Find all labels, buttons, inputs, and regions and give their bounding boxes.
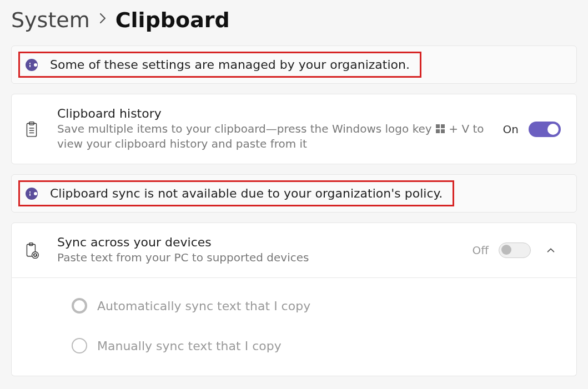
clipboard-history-card: Clipboard history Save multiple items to… xyxy=(11,94,577,164)
windows-key-icon xyxy=(436,124,445,133)
svg-point-7 xyxy=(29,191,31,192)
clipboard-history-state-label: On xyxy=(503,123,519,136)
svg-point-0 xyxy=(29,62,31,63)
sync-card: Sync across your devices Paste text from… xyxy=(11,223,577,376)
org-managed-banner: Some of these settings are managed by yo… xyxy=(11,46,577,84)
svg-rect-2 xyxy=(27,123,36,137)
sync-option-manual: Manually sync text that I copy xyxy=(72,338,561,353)
clipboard-history-title: Clipboard history xyxy=(57,107,503,120)
sync-option-auto: Automatically sync text that I copy xyxy=(72,298,561,314)
clipboard-sync-icon xyxy=(22,242,42,259)
sync-toggle xyxy=(499,243,531,258)
sync-title: Sync across your devices xyxy=(57,235,472,249)
chevron-right-icon xyxy=(99,12,107,28)
sync-option-auto-label: Automatically sync text that I copy xyxy=(97,299,310,313)
sync-expand-chevron[interactable] xyxy=(541,245,561,255)
sync-options-panel: Automatically sync text that I copy Manu… xyxy=(11,278,577,376)
info-icon xyxy=(26,188,38,200)
org-managed-text: Some of these settings are managed by yo… xyxy=(50,58,410,72)
breadcrumb: System Clipboard xyxy=(11,0,577,46)
sync-unavailable-text: Clipboard sync is not available due to y… xyxy=(50,186,443,200)
info-icon xyxy=(26,59,38,71)
clipboard-icon xyxy=(22,121,42,138)
svg-point-11 xyxy=(32,252,39,259)
sync-unavailable-banner: Clipboard sync is not available due to y… xyxy=(11,174,577,213)
page-title: Clipboard xyxy=(115,8,230,32)
clipboard-history-toggle[interactable] xyxy=(529,122,561,137)
highlight-annotation: Some of these settings are managed by yo… xyxy=(18,52,421,78)
sync-desc: Paste text from your PC to supported dev… xyxy=(57,250,472,265)
breadcrumb-parent[interactable]: System xyxy=(11,8,90,32)
radio-icon xyxy=(72,338,87,353)
svg-rect-1 xyxy=(29,64,31,67)
clipboard-history-desc: Save multiple items to your clipboard—pr… xyxy=(57,122,503,151)
highlight-annotation: Clipboard sync is not available due to y… xyxy=(18,180,454,206)
svg-rect-8 xyxy=(29,193,31,196)
sync-option-manual-label: Manually sync text that I copy xyxy=(97,339,282,353)
clipboard-history-row[interactable]: Clipboard history Save multiple items to… xyxy=(12,94,576,164)
sync-row[interactable]: Sync across your devices Paste text from… xyxy=(12,223,576,277)
sync-state-label: Off xyxy=(472,244,489,257)
radio-icon xyxy=(72,298,87,314)
